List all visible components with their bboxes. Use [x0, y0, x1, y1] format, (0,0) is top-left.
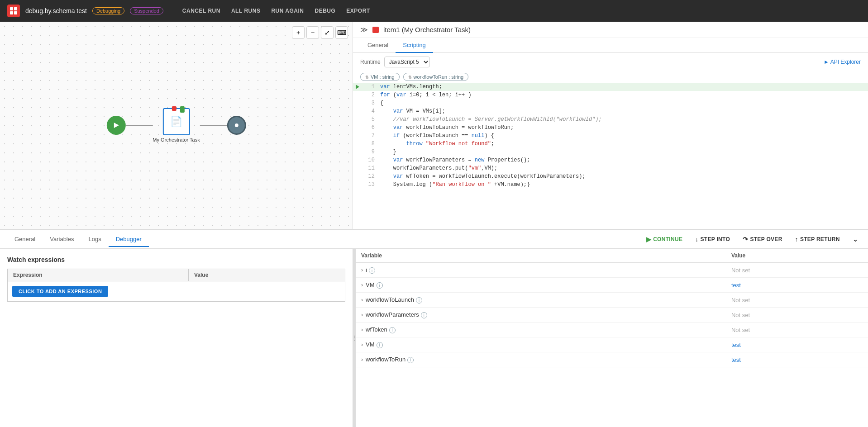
info-icon[interactable]: i	[421, 312, 427, 318]
tab-scripting[interactable]: Scripting	[396, 38, 433, 53]
item-indicator	[372, 27, 379, 33]
info-icon[interactable]: i	[407, 357, 414, 363]
svg-rect-0	[10, 7, 13, 10]
debugging-badge: Debugging	[92, 7, 124, 14]
info-icon[interactable]: i	[389, 327, 396, 333]
var-name-cell: ›VMi	[356, 278, 726, 293]
debug-button[interactable]: DEBUG	[310, 5, 340, 17]
info-icon[interactable]: i	[369, 267, 375, 274]
var-value-cell: test	[726, 352, 868, 367]
info-icon[interactable]: i	[377, 342, 383, 348]
variable-name: VM	[366, 341, 375, 348]
panel-collapse-button[interactable]: ≫	[360, 25, 368, 34]
code-line-4: 4 var VM = VMs[i];	[353, 107, 868, 115]
variable-name: i	[366, 266, 367, 273]
step-return-button[interactable]: ↑ STEP RETURN	[792, 234, 843, 245]
add-expression-row: CLICK TO ADD AN EXPRESSION	[7, 281, 345, 302]
table-row: ›wfTokeniNot set	[356, 323, 868, 337]
var-name-cell: ›workflowToLaunchi	[356, 293, 726, 308]
panel-params: ⇅ VM : string ⇅ workflowToRun : string	[353, 71, 868, 83]
dtab-variables[interactable]: Variables	[43, 232, 81, 247]
code-line-13: 13 System.log ("Ran workflow on " +VM.na…	[353, 180, 868, 189]
zoom-out-button[interactable]: −	[306, 26, 319, 39]
canvas-toolbar: + − ⤢ ⌨	[292, 26, 348, 39]
variables-table: Variable Value ›iiNot set›VMitest›workfl…	[356, 249, 868, 367]
tab-general[interactable]: General	[360, 38, 396, 53]
all-runs-button[interactable]: ALL RUNS	[227, 5, 265, 17]
param-icon-wtr: ⇅	[408, 75, 412, 80]
add-expression-button[interactable]: CLICK TO ADD AN EXPRESSION	[12, 286, 108, 297]
param-vm[interactable]: ⇅ VM : string	[360, 73, 400, 81]
task-badge-green	[180, 106, 184, 113]
step-over-button[interactable]: ↷ STEP OVER	[740, 234, 785, 245]
expand-button[interactable]: ›	[361, 282, 363, 288]
code-line-8: 8 throw "Workflow not found";	[353, 140, 868, 148]
watch-col-value: Value	[189, 269, 345, 281]
suspended-badge: Suspended	[130, 7, 163, 14]
expand-button[interactable]: ›	[361, 312, 363, 318]
api-explorer-link[interactable]: ► API Explorer	[824, 59, 861, 65]
var-name-cell: ›ii	[356, 263, 726, 278]
header: debug.by.schema test Debugging Suspended…	[0, 0, 868, 22]
workflow-start-node[interactable]	[106, 116, 125, 135]
dtab-general[interactable]: General	[7, 232, 43, 247]
fit-button[interactable]: ⤢	[321, 26, 334, 39]
keyboard-button[interactable]: ⌨	[335, 26, 348, 39]
cancel-run-button[interactable]: CANCEL RUN	[178, 5, 225, 17]
canvas-area: + − ⤢ ⌨ 📄 My Orchestrato	[0, 22, 353, 229]
info-icon[interactable]: i	[416, 297, 422, 304]
panel-item-title: item1 (My Orchestrator Task)	[383, 26, 471, 33]
step-return-icon: ↑	[795, 236, 798, 243]
more-icon: ⌄	[853, 236, 858, 243]
code-editor[interactable]: 1 var len=VMs.length; 2 for (var i=0; i …	[353, 83, 868, 229]
api-explorer-arrow: ►	[824, 59, 830, 65]
continue-button[interactable]: ▶ CONTINUE	[644, 234, 685, 245]
run-again-button[interactable]: RUN AGAIN	[267, 5, 308, 17]
step-into-button[interactable]: ↓ STEP INTO	[692, 234, 733, 245]
continue-icon: ▶	[646, 236, 651, 243]
zoom-in-button[interactable]: +	[292, 26, 305, 39]
svg-rect-1	[14, 7, 17, 10]
code-line-10: 10 var workflowParameters = new Properti…	[353, 156, 868, 164]
code-line-2: 2 for (var i=0; i < len; i++ )	[353, 91, 868, 99]
run-indicator-2	[353, 91, 362, 99]
var-value-cell: Not set	[726, 323, 868, 337]
task-icon: 📄	[170, 116, 182, 128]
dtab-logs[interactable]: Logs	[81, 232, 108, 247]
workflow-end-node[interactable]	[227, 116, 246, 135]
watch-panel: Watch expressions Expression Value CLICK…	[0, 249, 353, 427]
param-workflowToRun[interactable]: ⇅ workflowToRun : string	[403, 73, 469, 81]
panel-runtime: Runtime JavaScript 5 ► API Explorer	[353, 53, 868, 71]
expand-button[interactable]: ›	[361, 267, 363, 273]
svg-rect-3	[14, 11, 17, 14]
variable-name: workflowToLaunch	[366, 296, 414, 303]
info-icon[interactable]: i	[377, 282, 383, 289]
watch-table-header: Expression Value	[7, 269, 345, 281]
code-line-1: 1 var len=VMs.length;	[353, 83, 868, 91]
connector-1	[125, 125, 153, 126]
var-name-cell: ›workflowParametersi	[356, 308, 726, 323]
code-line-11: 11 workflowParameters.put("vm",VM);	[353, 164, 868, 172]
variable-name: VM	[366, 281, 375, 288]
expand-button[interactable]: ›	[361, 342, 363, 348]
export-button[interactable]: EXPORT	[342, 5, 374, 17]
var-col-value: Value	[726, 249, 868, 263]
watch-title: Watch expressions	[7, 256, 345, 263]
var-name-cell: ›wfTokeni	[356, 323, 726, 337]
more-actions-button[interactable]: ⌄	[850, 234, 861, 245]
svg-point-5	[235, 123, 238, 127]
panel-header: ≫ item1 (My Orchestrator Task)	[353, 22, 868, 38]
runtime-select[interactable]: JavaScript 5	[384, 57, 430, 67]
workflow-task-node[interactable]: 📄 My Orchestrator Task	[153, 108, 200, 142]
dtab-debugger[interactable]: Debugger	[109, 232, 149, 247]
var-value-cell: Not set	[726, 263, 868, 278]
debug-tabs: General Variables Logs Debugger ▶ CONTIN…	[0, 230, 868, 249]
expand-button[interactable]: ›	[361, 327, 363, 333]
expand-button[interactable]: ›	[361, 297, 363, 303]
expand-button[interactable]: ›	[361, 356, 363, 363]
code-line-5: 5 //var workflowToLaunch = Server.getWor…	[353, 115, 868, 123]
task-label: My Orchestrator Task	[153, 137, 200, 142]
nav-actions: CANCEL RUN ALL RUNS RUN AGAIN DEBUG EXPO…	[178, 5, 375, 17]
svg-rect-2	[10, 11, 13, 14]
param-icon-vm: ⇅	[365, 75, 369, 80]
